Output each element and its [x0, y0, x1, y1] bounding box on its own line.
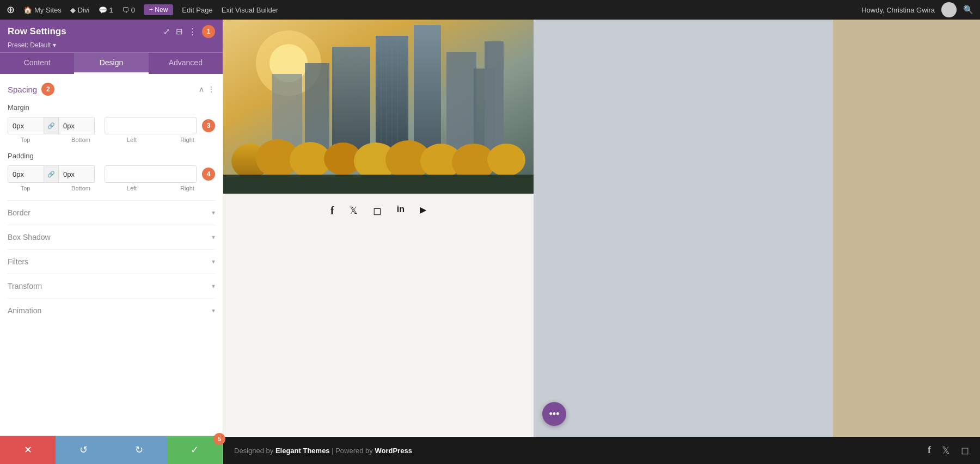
svg-rect-5	[332, 47, 370, 156]
padding-left-input[interactable]	[105, 167, 197, 182]
more-options-icon[interactable]: ⋮	[188, 27, 197, 36]
box-shadow-section: Box Shadow ▾	[8, 225, 215, 249]
svg-rect-9	[485, 41, 504, 156]
page-preview: f 𝕏 ◻ in ▶ Designed by Elegan	[223, 20, 980, 464]
tab-advanced[interactable]: Advanced	[149, 53, 223, 74]
fab-button[interactable]: •••	[542, 402, 566, 426]
margin-right-label: Right	[160, 137, 215, 143]
comments-menu[interactable]: 💬 1	[99, 6, 113, 14]
svg-rect-24	[223, 175, 534, 194]
border-header[interactable]: Border ▾	[8, 208, 215, 217]
padding-link-icon[interactable]: 🔗	[44, 166, 59, 182]
comment-icon: 💬	[99, 6, 107, 14]
panel-bottom-buttons: ✕ ↺ ↻ ✓ 5	[0, 436, 223, 464]
hero-image	[223, 20, 534, 194]
tab-content[interactable]: Content	[0, 53, 74, 74]
wordpress-link[interactable]: WordPress	[375, 447, 412, 455]
panel-title: Row Settings	[8, 26, 66, 37]
step-5-badge: 5	[213, 433, 225, 445]
search-icon[interactable]: 🔍	[963, 5, 973, 15]
footer-social-right: f 𝕏 ◻	[928, 444, 969, 456]
preview-main-column: f 𝕏 ◻ in ▶	[223, 20, 534, 437]
margin-top-input[interactable]	[8, 119, 44, 133]
margin-top-bottom-group: 🔗	[8, 117, 95, 134]
padding-right-label: Right	[160, 185, 215, 191]
step-1-badge: 1	[202, 25, 215, 38]
divi-menu[interactable]: ◆ Divi	[70, 6, 90, 14]
step-4-badge: 4	[202, 168, 215, 181]
facebook-icon[interactable]: f	[330, 205, 334, 217]
avatar	[941, 2, 957, 17]
tab-design[interactable]: Design	[74, 53, 148, 74]
box-shadow-chevron-icon: ▾	[212, 233, 215, 241]
preview-area: f 𝕏 ◻ in ▶	[223, 20, 980, 437]
filters-chevron-icon: ▾	[212, 258, 215, 265]
wp-logo-icon[interactable]: ⊕	[7, 4, 15, 16]
panel-content: Spacing 2 ∧ ⋮ Margin 🔗	[0, 74, 223, 436]
margin-link-icon[interactable]: 🔗	[44, 117, 59, 134]
new-button[interactable]: + New	[144, 4, 173, 15]
user-greeting: Howdy, Christina Gwira	[861, 6, 935, 14]
padding-lr-group: ⛓	[105, 165, 197, 183]
step-2-badge: 2	[41, 83, 54, 96]
exit-builder-button[interactable]: Exit Visual Builder	[222, 6, 279, 14]
animation-title: Animation	[8, 306, 41, 315]
padding-bottom-input[interactable]	[59, 167, 94, 182]
filters-header[interactable]: Filters ▾	[8, 257, 215, 266]
preview-right-tan	[833, 20, 980, 437]
margin-bottom-input[interactable]	[59, 119, 94, 133]
padding-top-bottom-group: 🔗	[8, 165, 95, 183]
twitter-icon[interactable]: 𝕏	[350, 205, 358, 217]
margin-lr-group: ⛓	[105, 117, 197, 134]
instagram-icon[interactable]: ◻	[373, 205, 382, 217]
svg-rect-4	[414, 25, 441, 156]
panel-tabs: Content Design Advanced	[0, 52, 223, 74]
padding-top-label: Top	[8, 185, 43, 191]
my-sites-menu[interactable]: 🏠 My Sites	[23, 6, 62, 14]
filters-title: Filters	[8, 257, 28, 266]
margin-left-input[interactable]	[105, 119, 197, 133]
border-title: Border	[8, 208, 30, 217]
footer-facebook-icon[interactable]: f	[928, 444, 931, 456]
home-icon: 🏠	[23, 6, 32, 14]
footer-instagram-icon[interactable]: ◻	[961, 444, 969, 456]
border-chevron-icon: ▾	[212, 209, 215, 216]
elegant-themes-link[interactable]: Elegant Themes	[275, 447, 330, 455]
padding-left-label: Left	[104, 185, 160, 191]
transform-title: Transform	[8, 282, 42, 290]
redo-button[interactable]: ↻	[112, 436, 167, 464]
content-spacer	[223, 228, 534, 437]
animation-section: Animation ▾	[8, 298, 215, 323]
main-layout: Row Settings ⤢ ⊟ ⋮ 1 Preset: Default ▾ C…	[0, 20, 980, 464]
undo-button[interactable]: ↺	[56, 436, 111, 464]
margin-label: Margin	[8, 103, 215, 112]
cancel-button[interactable]: ✕	[0, 436, 56, 464]
svg-point-23	[487, 144, 525, 176]
filters-section: Filters ▾	[8, 249, 215, 274]
collapse-icon[interactable]: ∧	[199, 85, 204, 94]
margin-labels: Top Bottom Left Right	[8, 137, 215, 143]
divi-icon: ◆	[70, 6, 76, 14]
save-button[interactable]: ✓ 5	[167, 436, 223, 464]
padding-top-input[interactable]	[8, 167, 44, 182]
edit-page-button[interactable]: Edit Page	[182, 6, 212, 14]
footer-text: Designed by Elegant Themes | Powered by …	[234, 447, 412, 455]
spacing-section-header: Spacing 2 ∧ ⋮	[8, 83, 215, 96]
expand-icon[interactable]: ⤢	[163, 27, 170, 36]
svg-rect-7	[446, 52, 476, 156]
box-shadow-title: Box Shadow	[8, 233, 51, 242]
animation-chevron-icon: ▾	[212, 307, 215, 314]
transform-header[interactable]: Transform ▾	[8, 282, 215, 290]
spacing-options-icon[interactable]: ⋮	[207, 85, 215, 94]
linkedin-icon[interactable]: in	[397, 205, 405, 217]
preset-label[interactable]: Preset: Default ▾	[8, 41, 56, 49]
animation-header[interactable]: Animation ▾	[8, 306, 215, 315]
settings-panel: Row Settings ⤢ ⊟ ⋮ 1 Preset: Default ▾ C…	[0, 20, 223, 464]
footer-twitter-icon[interactable]: 𝕏	[942, 444, 950, 456]
comment-count[interactable]: 🗨 0	[122, 6, 135, 14]
panel-header: Row Settings ⤢ ⊟ ⋮ 1 Preset: Default ▾	[0, 20, 223, 52]
youtube-icon[interactable]: ▶	[420, 205, 426, 217]
columns-icon[interactable]: ⊟	[176, 27, 183, 36]
border-section: Border ▾	[8, 200, 215, 225]
box-shadow-header[interactable]: Box Shadow ▾	[8, 233, 215, 242]
